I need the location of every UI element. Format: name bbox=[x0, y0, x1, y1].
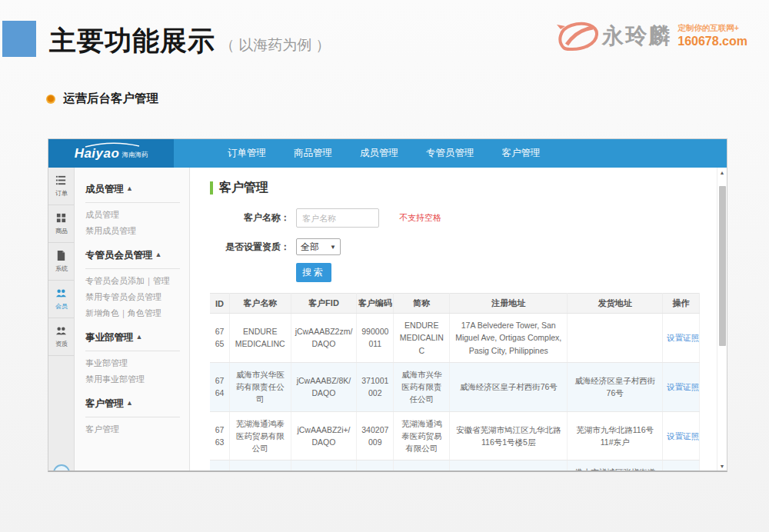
menu-item[interactable]: 客户管理 bbox=[85, 422, 189, 437]
cell-customer-code: 440604007 bbox=[357, 461, 394, 472]
cell-id: 6764 bbox=[210, 362, 229, 411]
rail-item-system[interactable]: 系统 bbox=[48, 243, 74, 281]
search-form: 客户名称： 不支持空格 是否设置资质： 全部 ▼ 搜索 bbox=[210, 208, 700, 282]
cell-customer-code: 990000011 bbox=[357, 314, 394, 363]
menu-item[interactable]: 禁用事业部管理 bbox=[85, 372, 189, 387]
title-accent-bar bbox=[210, 181, 213, 195]
table-row: 6764 威海市兴华医药有限责任公司 jCwAAABZ/8K/DAQO 3710… bbox=[210, 362, 700, 411]
table-row: 6763 芜湖海通鸿泰医药贸易有限公司 jCwAAABZ2i+/DAQO 340… bbox=[210, 411, 700, 461]
rail-item-qualification[interactable]: 资质 bbox=[48, 318, 74, 356]
cell-id: 6763 bbox=[210, 411, 229, 461]
menu-item[interactable]: 事业部管理 bbox=[85, 356, 189, 371]
brand-tagline: 定制你的互联网+ bbox=[677, 23, 747, 33]
nav-item-supervisors[interactable]: 专管员管理 bbox=[426, 147, 474, 160]
rail-item-orders[interactable]: 订单 bbox=[48, 168, 74, 205]
logo-swoosh-icon bbox=[84, 142, 141, 148]
menu-section-customers[interactable]: 客户管理▲ bbox=[85, 397, 189, 411]
cell-customer-name: ENDURE MEDICALINC bbox=[229, 314, 291, 363]
col-customer-code: 客户编码 bbox=[357, 294, 394, 314]
menu-item[interactable]: 专管员会员添加｜管理 bbox=[85, 274, 189, 288]
menu-item[interactable]: 禁用成员管理 bbox=[85, 224, 189, 238]
chevron-up-icon: ▲ bbox=[126, 185, 133, 192]
qualification-filter-label: 是否设置资质： bbox=[210, 241, 290, 254]
divider bbox=[85, 268, 180, 269]
set-certificate-link[interactable]: 设置证照 bbox=[667, 333, 699, 342]
brand-logo: 永玲麟 定制你的互联网+ 160678.com bbox=[556, 18, 747, 54]
brand-d-mark-icon bbox=[556, 18, 599, 54]
slide-title: 主要功能展示 bbox=[49, 23, 215, 59]
app-logo[interactable]: Haiyao 海南海药 bbox=[48, 139, 174, 168]
cell-customer-name: 威海市兴华医药有限责任公司 bbox=[229, 362, 291, 411]
app-logo-text: Haiyao bbox=[75, 146, 120, 161]
cell-shipping-address bbox=[568, 314, 663, 363]
table-header-row: ID 客户名称 客户FID 客户编码 简称 注册地址 发货地址 操作 bbox=[210, 294, 700, 314]
sidebar-menu: 成员管理▲ 成员管理 禁用成员管理 专管员会员管理▲ 专管员会员添加｜管理 禁用… bbox=[75, 168, 190, 472]
chevron-down-icon: ▼ bbox=[330, 244, 336, 251]
cell-customer-fid: jCwAAABZ/8K/DAQO bbox=[291, 362, 357, 411]
nav-item-members[interactable]: 成员管理 bbox=[360, 147, 398, 160]
cell-customer-fid: jCwAAABZ2i+/DAQO bbox=[291, 411, 357, 461]
nav-item-orders[interactable]: 订单管理 bbox=[228, 147, 266, 160]
cell-customer-name: 佛山通用医药有限公司 bbox=[229, 461, 291, 472]
goods-grid-icon bbox=[55, 212, 67, 224]
cell-customer-code: 340207009 bbox=[357, 411, 394, 461]
title-accent-square bbox=[2, 21, 36, 57]
divider bbox=[85, 202, 180, 203]
cell-shipping-address: 威海经济区皇子村西街76号 bbox=[568, 362, 663, 411]
col-registered-address: 注册地址 bbox=[450, 294, 568, 314]
scrollbar-thumb[interactable] bbox=[719, 186, 726, 346]
set-certificate-link[interactable]: 设置证照 bbox=[667, 431, 699, 441]
slide-subtitle: （ 以海药为例 ） bbox=[220, 35, 331, 55]
system-doc-icon bbox=[55, 250, 67, 261]
bullet-dot-icon bbox=[46, 95, 55, 104]
top-nav: 订单管理 商品管理 成员管理 专管员管理 客户管理 bbox=[174, 139, 727, 168]
menu-item[interactable]: 禁用专管员会员管理 bbox=[85, 290, 189, 304]
order-list-icon bbox=[55, 175, 67, 186]
menu-section-supervisor-members[interactable]: 专管员会员管理▲ bbox=[85, 249, 189, 262]
divider bbox=[85, 351, 180, 351]
col-customer-name: 客户名称 bbox=[229, 294, 291, 314]
cell-abbreviation: 威海市兴华医药有限责任公司 bbox=[394, 362, 450, 411]
menu-section-members[interactable]: 成员管理▲ bbox=[85, 183, 189, 196]
scrollbar-track[interactable] bbox=[719, 178, 726, 461]
set-certificate-link[interactable]: 设置证照 bbox=[667, 382, 699, 391]
chevron-up-icon: ▲ bbox=[136, 333, 143, 341]
rail-item-goods[interactable]: 商品 bbox=[48, 205, 74, 243]
app-header: Haiyao 海南海药 订单管理 商品管理 成员管理 专管员管理 客户管理 bbox=[48, 139, 727, 168]
cell-registered-address: 佛山市禅城区张槎街道五峰二路工业区1号 bbox=[450, 461, 568, 472]
divider bbox=[85, 417, 180, 417]
customer-name-input[interactable] bbox=[296, 208, 379, 228]
qualification-select[interactable]: 全部 ▼ bbox=[296, 238, 341, 255]
no-spaces-hint: 不支持空格 bbox=[399, 212, 441, 224]
col-customer-fid: 客户FID bbox=[291, 294, 357, 314]
floating-helper-icon[interactable] bbox=[53, 464, 70, 472]
menu-item[interactable]: 成员管理 bbox=[85, 208, 189, 222]
table-row: 6765 ENDURE MEDICALINC jCwAAABZ2zm/DAQO … bbox=[210, 314, 700, 363]
cell-registered-address: 威海经济区皇子村西街76号 bbox=[450, 362, 568, 411]
cell-abbreviation: 佛山通用医药有限公司 bbox=[394, 461, 450, 472]
nav-item-customers[interactable]: 客户管理 bbox=[502, 147, 541, 160]
cell-registered-address: 17A Belvedere Tower, San Miguel Ave, Ort… bbox=[450, 314, 568, 363]
scroll-down-icon[interactable]: ▼ bbox=[720, 461, 725, 472]
slide: 主要功能展示 （ 以海药为例 ） 永玲麟 定制你的互联网+ 160678.com… bbox=[0, 0, 769, 532]
cell-shipping-address: 芜湖市九华北路116号11#东户 bbox=[568, 411, 663, 461]
cell-customer-fid: jCwAAABZ7+G/DAQO bbox=[291, 461, 357, 472]
customer-table: ID 客户名称 客户FID 客户编码 简称 注册地址 发货地址 操作 6765 bbox=[210, 293, 700, 472]
section-heading: 运营后台客户管理 bbox=[63, 91, 158, 107]
col-actions: 操作 bbox=[663, 294, 700, 314]
cell-id: 6762 bbox=[210, 461, 229, 472]
rail-item-members[interactable]: 会员 bbox=[48, 281, 74, 318]
menu-item[interactable]: 新增角色｜角色管理 bbox=[85, 306, 189, 321]
scroll-up-icon[interactable]: ▲ bbox=[720, 168, 725, 178]
nav-item-goods[interactable]: 商品管理 bbox=[294, 147, 332, 160]
app-window: Haiyao 海南海药 订单管理 商品管理 成员管理 专管员管理 客户管理 bbox=[48, 138, 727, 472]
vertical-scrollbar[interactable]: ▲ ▼ bbox=[717, 168, 727, 472]
menu-section-division[interactable]: 事业部管理▲ bbox=[85, 331, 189, 344]
search-button[interactable]: 搜索 bbox=[296, 263, 331, 282]
icon-rail: 订单 商品 系统 bbox=[48, 168, 75, 472]
chevron-up-icon: ▲ bbox=[155, 251, 162, 258]
customer-name-label: 客户名称： bbox=[210, 211, 290, 224]
cell-shipping-address: 佛山市禅城区张槎街道五峰二路工业区1号1栋、3-5栋、6栋东侧 bbox=[568, 461, 663, 472]
main-content: 客户管理 客户名称： 不支持空格 是否设置资质： 全部 ▼ bbox=[190, 168, 717, 472]
col-shipping-address: 发货地址 bbox=[568, 294, 663, 314]
